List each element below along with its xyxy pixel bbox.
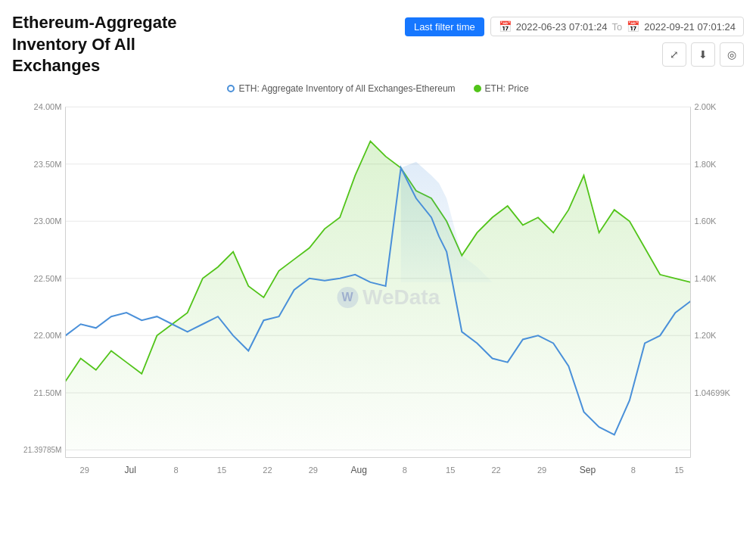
share-button[interactable]: ⤢ <box>662 42 686 67</box>
legend-dot-green <box>474 85 481 92</box>
filter-button[interactable]: Last filter time <box>405 17 484 36</box>
to-label: To <box>612 21 623 33</box>
svg-text:29: 29 <box>80 465 89 474</box>
calendar-from-icon: 📅 <box>499 20 512 33</box>
svg-text:24.00M: 24.00M <box>34 102 62 111</box>
chart-svg: 24.00M 23.50M 23.00M 22.50M 22.00M 21.50… <box>12 97 744 498</box>
chart-title: Ethereum-Aggregate Inventory Of All Exch… <box>12 12 177 77</box>
svg-text:Aug: Aug <box>351 464 368 475</box>
legend-label-eth-inventory: ETH: Aggregate Inventory of All Exchange… <box>238 83 455 94</box>
svg-text:29: 29 <box>537 465 546 474</box>
svg-text:15: 15 <box>674 465 683 474</box>
legend-item-eth-inventory: ETH: Aggregate Inventory of All Exchange… <box>227 83 455 94</box>
legend-label-eth-price: ETH: Price <box>485 83 529 94</box>
svg-text:8: 8 <box>403 465 407 474</box>
svg-text:15: 15 <box>446 465 455 474</box>
svg-text:15: 15 <box>217 465 226 474</box>
svg-text:22.50M: 22.50M <box>34 274 62 283</box>
svg-text:22: 22 <box>491 465 500 474</box>
svg-text:23.00M: 23.00M <box>34 216 62 226</box>
svg-text:Jul: Jul <box>124 464 135 475</box>
settings-button[interactable]: ◎ <box>720 42 744 67</box>
date-from: 2022-06-23 07:01:24 <box>516 21 608 33</box>
legend-dot-blue <box>227 85 235 92</box>
svg-text:21.50M: 21.50M <box>34 388 62 397</box>
svg-text:1.40K: 1.40K <box>695 274 717 283</box>
date-range-picker[interactable]: 📅 2022-06-23 07:01:24 To 📅 2022-09-21 07… <box>490 17 744 36</box>
svg-text:8: 8 <box>173 465 178 474</box>
chart-legend: ETH: Aggregate Inventory of All Exchange… <box>12 83 744 94</box>
download-button[interactable]: ⬇ <box>691 42 715 67</box>
svg-text:21.39785M: 21.39785M <box>23 446 61 454</box>
svg-text:2.00K: 2.00K <box>695 102 717 111</box>
date-to: 2022-09-21 07:01:24 <box>644 21 736 33</box>
svg-text:22: 22 <box>263 465 272 474</box>
svg-text:22.00M: 22.00M <box>34 331 62 340</box>
svg-text:1.60K: 1.60K <box>695 216 717 226</box>
svg-text:1.20K: 1.20K <box>695 331 717 340</box>
svg-text:8: 8 <box>631 465 636 474</box>
svg-text:29: 29 <box>309 465 318 474</box>
svg-text:Sep: Sep <box>580 464 596 475</box>
legend-item-eth-price: ETH: Price <box>474 83 529 94</box>
chart-area: 24.00M 23.50M 23.00M 22.50M 22.00M 21.50… <box>12 97 744 498</box>
svg-text:23.50M: 23.50M <box>34 160 62 169</box>
calendar-to-icon: 📅 <box>627 20 639 33</box>
svg-text:1.04699K: 1.04699K <box>695 388 731 397</box>
svg-text:1.80K: 1.80K <box>695 160 717 169</box>
